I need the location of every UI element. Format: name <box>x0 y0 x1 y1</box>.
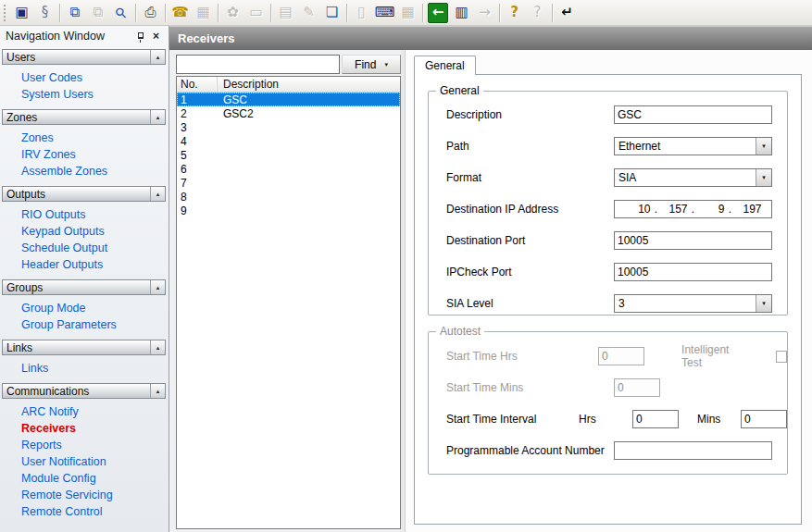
ip-octet-2[interactable]: 157 <box>662 203 688 216</box>
format-value: SIA <box>615 169 756 186</box>
ip-octet-1[interactable]: 10 <box>625 203 651 216</box>
balloon-icon[interactable]: ✿ <box>221 2 244 24</box>
sidebar-item-reports[interactable]: Reports <box>21 437 166 453</box>
context-help-icon[interactable]: ? <box>526 2 549 24</box>
ipcheck-port-field[interactable] <box>614 263 772 281</box>
table-row[interactable]: 4 <box>177 134 400 148</box>
tab-general[interactable]: General <box>414 56 476 75</box>
close-icon[interactable]: × <box>148 29 164 43</box>
toolbar-separator <box>422 4 423 22</box>
autotest-group-title: Autotest <box>436 325 484 338</box>
table-row[interactable]: 1 GSC <box>177 93 400 106</box>
add-device-icon[interactable]: ▦ <box>192 2 215 24</box>
table-row[interactable]: 5 <box>177 148 400 162</box>
column-header-description[interactable]: Description <box>218 77 400 92</box>
ip-octet-4[interactable]: 197 <box>736 203 762 216</box>
sidebar-item-irv-zones[interactable]: IRV Zones <box>21 146 166 163</box>
collapse-arrow-icon[interactable]: ▴ <box>150 340 165 354</box>
sidebar-item-schedule-output[interactable]: Schedule Output <box>21 240 166 256</box>
copy-icon[interactable]: ⧉ <box>63 2 86 24</box>
nav-section-outputs: Outputs ▴ RIO Outputs Keypad Outputs Sch… <box>2 186 166 274</box>
dest-ip-field[interactable]: 10 . 157 . 9 . 197 <box>614 200 772 218</box>
sidebar-item-header-outputs[interactable]: Header Outputs <box>21 256 166 273</box>
sidebar-item-user-notification[interactable]: User Notification <box>21 453 166 470</box>
form-view-icon[interactable]: ▥ <box>450 2 473 24</box>
book-search-icon[interactable]: ❏ <box>320 2 344 24</box>
chevron-down-icon[interactable]: ▾ <box>756 138 771 155</box>
nav-section-header-users[interactable]: Users ▴ <box>2 49 166 65</box>
interval-mins-field[interactable] <box>741 410 787 428</box>
save-icon[interactable]: ▣ <box>10 2 33 24</box>
sidebar-item-user-codes[interactable]: User Codes <box>21 69 166 86</box>
nav-items: RIO Outputs Keypad Outputs Schedule Outp… <box>2 202 166 274</box>
sidebar-item-assemble-zones[interactable]: Assemble Zones <box>21 163 166 179</box>
table-row[interactable]: 6 <box>177 162 400 176</box>
collapse-arrow-icon[interactable]: ▴ <box>150 110 165 124</box>
sidebar-item-rio-outputs[interactable]: RIO Outputs <box>21 206 166 223</box>
computer-icon[interactable]: ▯ <box>350 2 373 24</box>
nav-section-header-links[interactable]: Links ▴ <box>2 340 166 355</box>
ip-dot: . <box>727 203 734 216</box>
nav-section-header-communications[interactable]: Communications ▴ <box>2 383 166 399</box>
start-time-mins-label: Start Time Mins <box>429 381 614 394</box>
find-input[interactable] <box>176 55 340 74</box>
notepad-icon[interactable]: ✎ <box>297 2 320 24</box>
sidebar-item-zones[interactable]: Zones <box>21 130 166 146</box>
sia-level-select[interactable]: 3 ▾ <box>614 294 772 313</box>
prog-account-field[interactable] <box>614 441 772 460</box>
attach-icon[interactable]: § <box>33 2 56 24</box>
remote-connect-icon[interactable]: ⌨ <box>373 2 396 24</box>
table-row[interactable]: 9 <box>177 204 400 217</box>
nav-section-links: Links ▴ Links <box>2 340 166 377</box>
sidebar-item-remote-servicing[interactable]: Remote Servicing <box>21 487 166 503</box>
folder-icon[interactable]: ▭ <box>244 2 268 24</box>
sidebar-item-group-mode[interactable]: Group Mode <box>21 300 166 316</box>
start-time-hrs-field <box>598 347 644 365</box>
sidebar-item-keypad-outputs[interactable]: Keypad Outputs <box>21 223 166 240</box>
sidebar-item-group-parameters[interactable]: Group Parameters <box>21 316 166 333</box>
sidebar-item-arc-notify[interactable]: ARC Notify <box>21 403 166 420</box>
search-icon[interactable]: ⚲ <box>105 0 137 29</box>
nav-section-header-zones[interactable]: Zones ▴ <box>2 109 166 125</box>
dest-port-field[interactable] <box>614 231 772 250</box>
sidebar-item-remote-control[interactable]: Remote Control <box>21 503 166 520</box>
pin-icon[interactable] <box>132 29 148 43</box>
calculator-icon[interactable]: ▦ <box>396 2 419 24</box>
diary-icon[interactable]: ▤ <box>274 2 297 24</box>
chevron-down-icon[interactable]: ▾ <box>756 169 771 186</box>
toolbar-group-file: ▣ § <box>10 2 56 24</box>
collapse-arrow-icon[interactable]: ▴ <box>150 280 165 294</box>
collapse-arrow-icon[interactable]: ▴ <box>150 384 165 398</box>
find-button[interactable]: Find ▾ <box>342 55 401 74</box>
collapse-arrow-icon[interactable]: ▴ <box>150 187 165 201</box>
start-time-mins-field <box>614 378 660 397</box>
sidebar-item-module-config[interactable]: Module Config <box>21 470 166 487</box>
nav-section-header-outputs[interactable]: Outputs ▴ <box>2 186 166 202</box>
sidebar-item-receivers[interactable]: Receivers <box>21 420 166 437</box>
sidebar-item-system-users[interactable]: System Users <box>21 86 166 103</box>
back-icon[interactable]: ← <box>428 3 448 23</box>
nav-section-header-groups[interactable]: Groups ▴ <box>2 279 166 295</box>
chevron-down-icon[interactable]: ▾ <box>756 295 771 312</box>
ip-octet-3[interactable]: 9 <box>699 203 725 216</box>
format-select[interactable]: SIA ▾ <box>614 168 772 187</box>
table-row[interactable]: 2 GSC2 <box>177 106 400 120</box>
column-header-no[interactable]: No. <box>177 77 218 92</box>
print-icon[interactable]: ⎙ <box>139 2 162 24</box>
help-icon[interactable]: ? <box>503 2 526 24</box>
list-header: No. Description <box>177 77 400 93</box>
table-row[interactable]: 8 <box>177 190 400 204</box>
path-select[interactable]: Ethernet ▾ <box>614 137 772 155</box>
forward-icon[interactable]: → <box>473 2 496 24</box>
toolbar-drag-handle[interactable] <box>4 5 6 21</box>
collapse-arrow-icon[interactable]: ▴ <box>150 50 165 64</box>
table-row[interactable]: 7 <box>177 176 400 190</box>
description-field[interactable] <box>614 105 772 124</box>
ipcheck-port-label: IPCheck Port <box>429 266 614 278</box>
table-row[interactable]: 3 <box>177 120 400 134</box>
sidebar-item-links[interactable]: Links <box>21 360 166 377</box>
row-no: 5 <box>177 149 218 162</box>
interval-hrs-field[interactable] <box>632 410 679 428</box>
phone-icon[interactable]: ☎ <box>169 2 192 24</box>
return-icon[interactable]: ↵ <box>556 2 579 24</box>
